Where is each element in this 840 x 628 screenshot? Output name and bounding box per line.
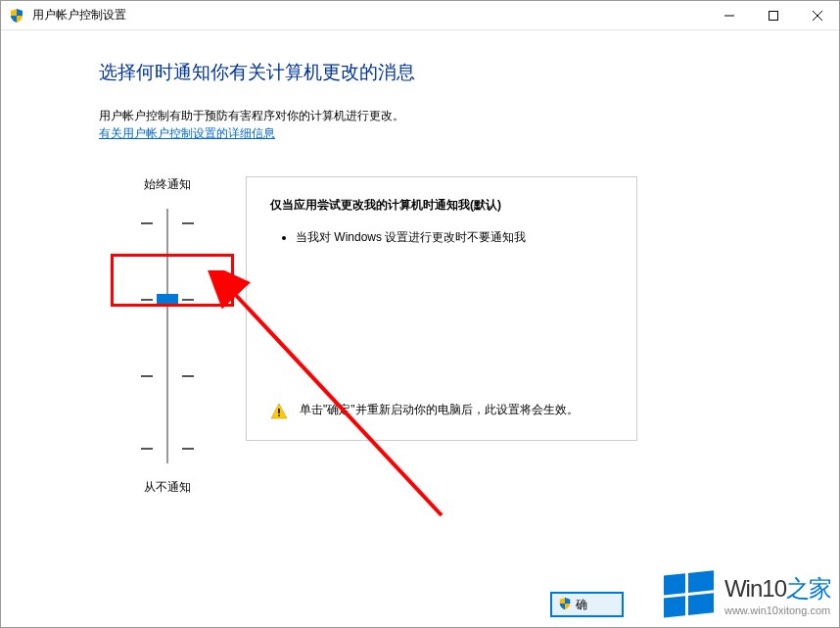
slider-track	[166, 209, 168, 463]
svg-rect-10	[664, 596, 685, 617]
svg-rect-9	[688, 570, 714, 593]
page-description: 用户帐户控制有助于预防有害程序对你的计算机进行更改。	[99, 107, 780, 125]
uac-window: 用户帐户控制设置 选择何时通知你有关计算机更改的消息 用户帐户控制有助于预防有害…	[0, 0, 840, 628]
watermark-brand: Win10之家	[724, 573, 831, 604]
maximize-button[interactable]	[751, 1, 795, 29]
slider-label-always: 始终通知	[99, 176, 236, 193]
watermark: Win10之家 www.win10xitong.com	[660, 566, 831, 623]
window-controls	[707, 1, 839, 29]
ok-button[interactable]: 确	[550, 592, 624, 617]
warning-icon	[270, 403, 288, 420]
minimize-button[interactable]	[707, 1, 751, 29]
svg-rect-1	[769, 11, 777, 20]
level-warning: 单击"确定"并重新启动你的电脑后，此设置将会生效。	[270, 401, 613, 420]
page-heading: 选择何时通知你有关计算机更改的消息	[99, 60, 780, 85]
window-title: 用户帐户控制设置	[32, 7, 126, 24]
windows-logo-icon	[660, 566, 717, 623]
warning-text: 单击"确定"并重新启动你的电脑后，此设置将会生效。	[300, 401, 579, 419]
level-bullets: 当我对 Windows 设置进行更改时不要通知我	[270, 229, 613, 246]
svg-rect-8	[664, 573, 685, 595]
slider-tick-4	[141, 448, 194, 450]
slider-thumb[interactable]	[157, 294, 178, 304]
svg-rect-5	[278, 414, 280, 416]
watermark-url: www.win10xitong.com	[724, 604, 830, 616]
info-link[interactable]: 有关用户帐户控制设置的详细信息	[99, 125, 275, 142]
shield-icon	[558, 597, 572, 613]
titlebar: 用户帐户控制设置	[1, 1, 839, 30]
level-description-panel: 仅当应用尝试更改我的计算机时通知我(默认) 当我对 Windows 设置进行更改…	[246, 176, 637, 441]
content-area: 选择何时通知你有关计算机更改的消息 用户帐户控制有助于预防有害程序对你的计算机进…	[1, 30, 839, 496]
slider-column: 始终通知 从不通知	[99, 176, 236, 496]
ok-button-label: 确	[576, 597, 587, 613]
close-button[interactable]	[795, 1, 839, 29]
uac-slider[interactable]	[99, 209, 236, 463]
slider-label-never: 从不通知	[99, 479, 236, 496]
level-bullet-1: 当我对 Windows 设置进行更改时不要通知我	[296, 229, 613, 246]
slider-tick-1	[141, 222, 194, 224]
svg-rect-4	[278, 409, 280, 413]
svg-rect-11	[688, 593, 714, 615]
slider-tick-3	[141, 375, 194, 377]
level-title: 仅当应用尝试更改我的计算机时通知我(默认)	[270, 197, 613, 214]
slider-area: 始终通知 从不通知 仅当应用尝试更改我的计算机时通知我(默认) 当我对 Wind…	[99, 176, 780, 496]
shield-icon	[9, 8, 24, 24]
